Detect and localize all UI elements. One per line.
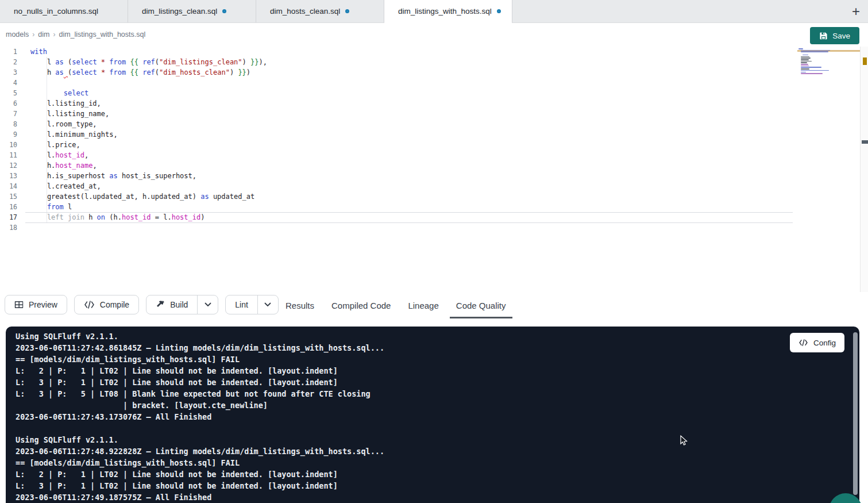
modified-dot-icon [345, 9, 349, 13]
terminal-line: L: 3 | P: 5 | LT08 | Blank line expected… [16, 388, 859, 400]
editor-lines: 1with2 l as (select * from {{ ref("dim_l… [0, 47, 860, 233]
code-icon [798, 339, 808, 346]
minimap-line [801, 64, 808, 65]
new-tab-button[interactable]: + [844, 0, 868, 22]
code-text: from l [30, 202, 72, 212]
tab-label: dim_hosts_clean.sql [270, 7, 340, 16]
panel-tab-results[interactable]: Results [286, 292, 314, 319]
breadcrumb-separator-icon: › [53, 30, 55, 39]
terminal-line: Using SQLFluff v2.1.1. [16, 331, 859, 342]
terminal-line: == [models/dim/dim_listings_with_hosts.s… [16, 457, 859, 469]
terminal-output: Using SQLFluff v2.1.1.2023-06-06T11:27:4… [6, 327, 859, 503]
warning-marker-icon [863, 57, 867, 65]
code-text: h as (select * from {{ ref("dim_hosts_cl… [30, 67, 250, 78]
code-line[interactable]: 9 l.minimum_nights, [0, 129, 860, 140]
editor-tab[interactable]: dim_hosts_clean.sql [256, 0, 384, 22]
line-number: 16 [0, 202, 17, 212]
terminal-line: 2023-06-06T11:27:48.922828Z — Linting mo… [16, 446, 859, 457]
code-text: l.price, [30, 140, 80, 150]
breadcrumb-item[interactable]: dim [38, 30, 49, 39]
code-line[interactable]: 2 l as (select * from {{ ref("dim_listin… [0, 57, 860, 67]
code-line[interactable]: 10 l.price, [0, 140, 860, 150]
config-button[interactable]: Config [790, 333, 844, 352]
lint-button[interactable]: Lint [226, 295, 257, 314]
minimap-line [801, 61, 812, 62]
code-text: l.minimum_nights, [30, 129, 118, 140]
code-text: h.is_superhost as host_is_superhost, [30, 171, 196, 181]
line-number: 14 [0, 181, 17, 191]
code-text: select [30, 88, 88, 98]
minimap-line [801, 59, 809, 60]
line-number: 15 [0, 191, 17, 202]
code-line[interactable]: 3 h as (select * from {{ ref("dim_hosts_… [0, 67, 860, 78]
minimap-line [798, 48, 803, 49]
minimap-line [801, 72, 806, 73]
line-number: 8 [0, 119, 17, 129]
editor-tab[interactable]: no_nulls_in_columns.sql [0, 0, 128, 22]
compile-button-label: Compile [100, 300, 129, 309]
build-button[interactable]: Build [146, 295, 197, 314]
lint-menu-button[interactable] [257, 295, 278, 314]
code-text: with [30, 47, 47, 57]
editor-scrollbar[interactable] [860, 47, 868, 292]
code-line[interactable]: 17 left join h on (h.host_id = l.host_id… [0, 212, 860, 222]
code-line[interactable]: 5 select [0, 88, 860, 98]
code-line[interactable]: 6 l.listing_id, [0, 98, 860, 109]
code-line[interactable]: 4 [0, 78, 860, 88]
line-number: 5 [0, 88, 17, 98]
line-number: 1 [0, 47, 17, 57]
line-number: 4 [0, 78, 17, 88]
build-menu-button[interactable] [197, 295, 218, 314]
code-line[interactable]: 18 [0, 222, 860, 233]
terminal-line: 2023-06-06T11:27:42.861845Z — Linting mo… [16, 342, 859, 354]
code-line[interactable]: 14 l.created_at, [0, 181, 860, 191]
line-number: 13 [0, 171, 17, 181]
tab-label: no_nulls_in_columns.sql [14, 7, 98, 16]
breadcrumb-item[interactable]: dim_listings_with_hosts.sql [59, 30, 145, 39]
code-line[interactable]: 8 l.room_type, [0, 119, 860, 129]
code-line[interactable]: 16 from l [0, 202, 860, 212]
line-number: 10 [0, 140, 17, 150]
code-text: left join h on (h.host_id = l.host_id) [30, 212, 205, 222]
code-line[interactable]: 11 l.host_id, [0, 150, 860, 160]
panel-tab-compiled-code[interactable]: Compiled Code [331, 292, 391, 319]
terminal-line: == [models/dim/dim_listings_with_hosts.s… [16, 354, 859, 365]
panel-tab-lineage[interactable]: Lineage [408, 292, 438, 319]
chevron-down-icon [205, 302, 211, 307]
code-line[interactable]: 1with [0, 47, 860, 57]
code-text: l.listing_name, [30, 109, 109, 119]
terminal-line: 2023-06-06T11:27:43.173076Z — All Finish… [16, 411, 859, 423]
code-line[interactable]: 13 h.is_superhost as host_is_superhost, [0, 171, 860, 181]
panel-tabs: ResultsCompiled CodeLineageCode Quality [286, 292, 506, 319]
minimap-line [801, 68, 810, 70]
build-button-label: Build [170, 300, 188, 309]
minimap[interactable] [797, 48, 849, 117]
code-text: l.listing_id, [30, 98, 101, 109]
code-editor[interactable]: 1with2 l as (select * from {{ ref("dim_l… [0, 47, 860, 292]
editor-tab[interactable]: dim_listings_with_hosts.sql [384, 0, 512, 22]
minimap-line [801, 62, 807, 63]
scrollbar-thumb[interactable] [862, 140, 868, 144]
breadcrumb-item[interactable]: models [6, 30, 29, 39]
save-button[interactable]: Save [810, 27, 859, 44]
minimap-line [801, 57, 811, 59]
editor-tab[interactable]: dim_listings_clean.sql [128, 0, 256, 22]
preview-button[interactable]: Preview [5, 295, 67, 314]
line-number: 3 [0, 67, 17, 78]
code-line[interactable]: 15 greatest(l.updated_at, h.updated_at) … [0, 191, 860, 202]
panel-tab-code-quality[interactable]: Code Quality [456, 292, 506, 319]
code-line[interactable]: 7 l.listing_name, [0, 109, 860, 119]
table-icon [14, 300, 24, 309]
terminal-scrollbar[interactable] [853, 332, 858, 495]
hammer-icon [156, 300, 165, 309]
floppy-icon [819, 32, 828, 40]
code-line[interactable]: 12 h.host_name, [0, 160, 860, 171]
tab-bar: no_nulls_in_columns.sqldim_listings_clea… [0, 0, 868, 23]
terminal-line: | bracket. [layout.cte_newline] [16, 400, 859, 411]
breadcrumb-items: models›dim›dim_listings_with_hosts.sql [6, 30, 145, 39]
config-button-label: Config [813, 339, 836, 347]
preview-button-label: Preview [29, 300, 57, 309]
line-number: 11 [0, 150, 17, 160]
compile-button[interactable]: Compile [74, 295, 139, 314]
breadcrumb: models›dim›dim_listings_with_hosts.sql [0, 23, 868, 46]
